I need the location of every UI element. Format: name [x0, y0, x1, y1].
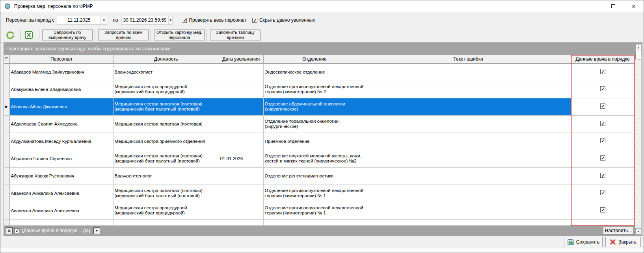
filter-close-button[interactable]: ✕	[6, 227, 13, 234]
data-ok-checkbox[interactable]	[600, 103, 605, 109]
cell-dismissal-date[interactable]	[219, 63, 263, 81]
cell-dismissal-date[interactable]	[219, 115, 263, 133]
date-to-dropdown-icon[interactable]: ▼	[168, 16, 173, 24]
check-all-personnel-option[interactable]: Проверять весь персонал	[182, 17, 246, 23]
minimize-button[interactable]: —	[588, 2, 598, 11]
data-ok-checkbox[interactable]	[600, 86, 605, 91]
table-row[interactable]: ▶Абасова Айша ДжамиевнаМедицинская сестр…	[4, 98, 635, 115]
table-row[interactable]: Абрамова Галина СергеевнаМедицинская сес…	[4, 150, 635, 167]
cell-position[interactable]: Медицинская сестра палатная (постовая) (…	[113, 150, 219, 167]
table-row[interactable]: Абакаров Магомед ЗайнутдиновичВрач-эндос…	[4, 63, 635, 81]
table-row[interactable]: Абдуллаева Сарият АхмедовнаМедицинская с…	[4, 115, 635, 133]
table-row[interactable]: Аванесян Анжелика АлексеевнаМедицинская …	[4, 185, 635, 202]
cell-personal[interactable]: Аванесян Анжелика Алексеевна	[9, 202, 113, 219]
close-dialog-button[interactable]: Закрыть	[605, 237, 641, 247]
data-ok-checkbox[interactable]	[600, 138, 605, 143]
export-excel-button[interactable]	[24, 30, 34, 40]
cell-data-ok[interactable]	[571, 98, 635, 115]
cell-error-text[interactable]	[366, 81, 571, 98]
cell-error-text[interactable]	[366, 167, 571, 185]
table-row[interactable]: Абдулманатова Меседу КургьалиевнаМедицин…	[4, 133, 635, 150]
cell-data-ok[interactable]	[571, 150, 635, 167]
cell-personal[interactable]: Абакумова Елена Владимировна	[9, 81, 113, 98]
cell-position[interactable]: Медицинская сестра палатная (постовая) (…	[113, 98, 219, 115]
cell-position[interactable]: Медицинская сестра палатная (постовая) (…	[113, 185, 219, 202]
cell-department[interactable]: Отделение абдоминальной онкологии (хирур…	[263, 98, 366, 115]
cell-position[interactable]: Врач-эндоскопист	[113, 63, 219, 81]
cell-error-text[interactable]	[366, 202, 571, 219]
customize-filter-button[interactable]: Настроить...	[603, 227, 634, 235]
cell-personal[interactable]: Абрамова Галина Сергеевна	[9, 150, 113, 167]
cell-dismissal-date[interactable]	[219, 202, 263, 219]
cell-position[interactable]: Медицинская сестра процедурной (медицинс…	[113, 202, 219, 219]
cell-dismissal-date[interactable]	[219, 81, 263, 98]
cell-data-ok[interactable]	[571, 63, 635, 81]
date-from-picker[interactable]: 11.11.2025 ▼	[57, 16, 107, 24]
cell-error-text[interactable]	[366, 115, 571, 133]
row-indicator-header[interactable]	[4, 55, 9, 63]
hide-dismissed-option[interactable]: Скрыть давно уволенных	[252, 17, 315, 23]
cell-dismissal-date[interactable]	[219, 133, 263, 150]
date-from-value[interactable]: 11.11.2025	[57, 16, 101, 24]
cell-department[interactable]: Отделение противоопухолевой лекарственно…	[263, 185, 366, 202]
column-header-position[interactable]: Должность	[113, 55, 219, 63]
save-button[interactable]: Сохранить	[564, 237, 603, 247]
cell-error-text[interactable]	[366, 185, 571, 202]
column-header-dismissal-date[interactable]: Дата увольнения	[219, 55, 263, 63]
maximize-button[interactable]	[608, 2, 618, 11]
cell-personal[interactable]: Абакаров Магомед Зайнутдинович	[9, 63, 113, 81]
cell-department[interactable]: Отделение противоопухолевой лекарственно…	[263, 81, 366, 98]
hide-dismissed-checkbox[interactable]	[252, 18, 257, 23]
cell-department[interactable]: Отделение торакальной онкологии (хирурги…	[263, 115, 366, 133]
cell-department[interactable]: Отделение опухолей молочной железы, кожи…	[263, 150, 366, 167]
cell-personal[interactable]: Абдуллаева Сарият Ахмедовна	[9, 115, 113, 133]
cell-dismissal-date[interactable]	[219, 98, 263, 115]
date-from-dropdown-icon[interactable]: ▼	[101, 16, 107, 24]
open-personnel-card-button[interactable]: Открыть карточку мед. персонала	[154, 29, 205, 41]
fill-table-doctors-button[interactable]: Заполнить таблицу врачами	[210, 29, 261, 41]
data-ok-checkbox[interactable]	[600, 207, 605, 212]
data-ok-checkbox[interactable]	[600, 190, 605, 195]
data-ok-checkbox[interactable]	[600, 155, 605, 161]
cell-dismissal-date[interactable]	[219, 167, 263, 185]
date-to-value[interactable]: 30.01.2026 23:59:59	[121, 16, 168, 24]
cell-error-text[interactable]	[366, 63, 571, 81]
cell-data-ok[interactable]	[571, 81, 635, 98]
close-button[interactable]: ✕	[629, 2, 639, 11]
query-selected-doctor-button[interactable]: Запросить по выбранному врачу	[42, 29, 93, 41]
cell-department[interactable]: Приемное отделение	[263, 133, 366, 150]
cell-position[interactable]: Врач-рентгенолог	[113, 167, 219, 185]
date-to-picker[interactable]: 30.01.2026 23:59:59 ▼	[121, 16, 173, 24]
data-ok-checkbox[interactable]	[600, 173, 605, 178]
data-ok-checkbox[interactable]	[600, 121, 605, 126]
column-header-department[interactable]: Отделение	[263, 55, 366, 63]
cell-position[interactable]: Медицинская сестра приемного отделения	[113, 133, 219, 150]
cell-dismissal-date[interactable]	[219, 185, 263, 202]
refresh-button[interactable]	[5, 30, 15, 40]
cell-data-ok[interactable]	[571, 185, 635, 202]
cell-position[interactable]: Медицинская сестра процедурной (медицинс…	[113, 81, 219, 98]
cell-data-ok[interactable]	[571, 167, 635, 185]
cell-department[interactable]: Отделение противоопухолевой лекарственно…	[263, 202, 366, 219]
column-header-data-ok[interactable]: Данные врача в порядке	[571, 55, 635, 63]
vertical-scrollbar[interactable]: ▲ ▼	[635, 44, 642, 235]
table-row[interactable]: Абакумова Елена ВладимировнаМедицинская …	[4, 81, 635, 98]
column-header-personal[interactable]: Персонал	[9, 55, 113, 63]
table-row[interactable]: Аванесян Анжелика АлексеевнаМедицинская …	[4, 202, 635, 219]
cell-data-ok[interactable]	[571, 115, 635, 133]
cell-personal[interactable]: Абасова Айша Джамиевна	[9, 98, 113, 115]
query-all-doctors-button[interactable]: Запросить по всем врачам	[98, 29, 149, 41]
cell-error-text[interactable]	[366, 98, 571, 115]
scroll-down-icon[interactable]: ▼	[635, 228, 641, 235]
cell-personal[interactable]: Абуязидов Хаваж Русланович	[9, 167, 113, 185]
scroll-up-icon[interactable]: ▲	[635, 44, 641, 50]
check-all-personnel-checkbox[interactable]	[182, 18, 187, 23]
cell-department[interactable]: Отделение рентгенодиагностики	[263, 167, 366, 185]
cell-dismissal-date[interactable]: 01.01.2026	[219, 150, 263, 167]
cell-position[interactable]: Медицинская сестра палатная (постовая)	[113, 115, 219, 133]
cell-data-ok[interactable]	[571, 133, 635, 150]
group-by-panel[interactable]: Перетащите заголовок группы сюда, чтобы …	[4, 43, 642, 55]
cell-error-text[interactable]	[366, 133, 571, 150]
filter-enabled-checkbox[interactable]	[14, 228, 19, 233]
table-row[interactable]: Абуязидов Хаваж РуслановичВрач-рентгенол…	[4, 167, 635, 185]
